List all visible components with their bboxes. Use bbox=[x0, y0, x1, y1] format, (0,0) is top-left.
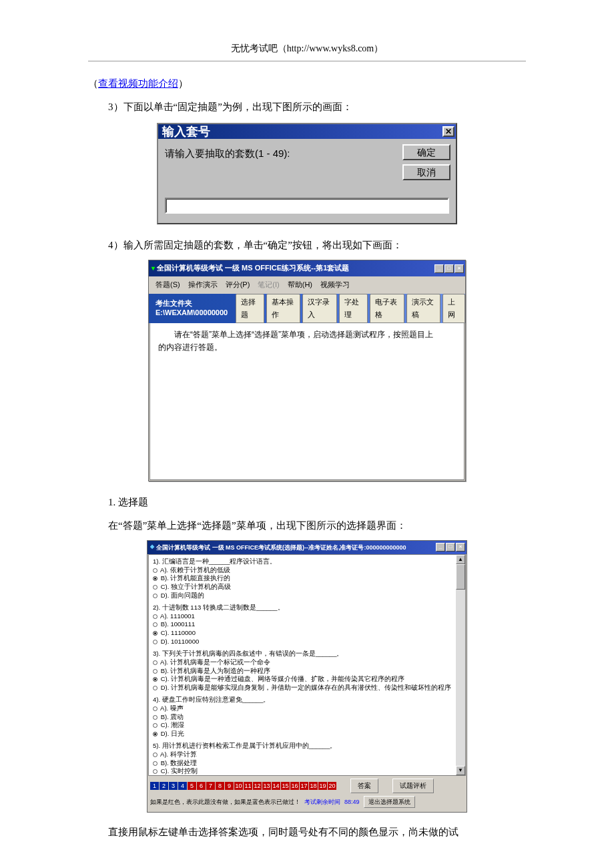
practice-title: 全国计算机等级考试 一级 MS OFFICE练习系统--第1套试题 bbox=[157, 262, 349, 275]
radio-icon[interactable] bbox=[153, 622, 158, 627]
dialog-titlebar[interactable]: 输入套号 ✕ bbox=[158, 124, 456, 139]
practice-tab[interactable]: 电子表格 bbox=[370, 294, 404, 323]
radio-icon[interactable] bbox=[153, 614, 158, 619]
question-number-button[interactable]: 8 bbox=[216, 782, 224, 790]
radio-icon[interactable] bbox=[153, 715, 158, 720]
question-option[interactable]: B). 数据处理 bbox=[153, 759, 461, 768]
question-number-button[interactable]: 14 bbox=[272, 782, 280, 790]
practice-tab[interactable]: 演示文稿 bbox=[406, 294, 441, 323]
radio-icon[interactable] bbox=[153, 761, 158, 766]
question-number-button[interactable]: 20 bbox=[328, 782, 336, 790]
section-1-heading: 1. 选择题 bbox=[88, 493, 526, 511]
radio-icon[interactable] bbox=[153, 631, 158, 636]
menu-item[interactable]: 笔记(I) bbox=[254, 278, 283, 292]
menu-item[interactable]: 答题(S) bbox=[151, 278, 184, 292]
scroll-thumb[interactable] bbox=[456, 564, 465, 590]
question-number-button[interactable]: 5 bbox=[188, 782, 196, 790]
practice-tab[interactable]: 选择题 bbox=[236, 294, 264, 323]
question-option[interactable]: C). 1110000 bbox=[153, 629, 461, 638]
exit-exam-button[interactable]: 退出选择题系统 bbox=[364, 796, 415, 808]
analysis-button[interactable]: 试题评析 bbox=[392, 779, 434, 793]
question-number-button[interactable]: 15 bbox=[281, 782, 290, 790]
menu-item[interactable]: 帮助(H) bbox=[284, 278, 316, 292]
question-number-button[interactable]: 9 bbox=[225, 782, 234, 790]
question-number-button[interactable]: 6 bbox=[197, 782, 206, 790]
radio-icon[interactable] bbox=[153, 640, 158, 644]
ok-button[interactable]: 确定 bbox=[402, 144, 450, 160]
question-option[interactable]: C). 计算机病毒是一种通过磁盘、网络等媒介传播、扩散，并能传染其它程序的程序 bbox=[153, 675, 461, 684]
question-number-button[interactable]: 17 bbox=[300, 782, 308, 790]
question-option[interactable]: A). 噪声 bbox=[153, 704, 461, 713]
radio-icon[interactable] bbox=[153, 669, 158, 674]
question-number-button[interactable]: 1 bbox=[150, 782, 159, 790]
input-set-dialog: 输入套号 ✕ 请输入要抽取的套数(1 - 49): 确定 取消 bbox=[157, 123, 457, 224]
practice-tab[interactable]: 基本操作 bbox=[266, 294, 301, 323]
practice-tab[interactable]: 字处理 bbox=[339, 294, 368, 323]
menu-item[interactable]: 视频学习 bbox=[316, 278, 354, 292]
question-option[interactable]: C). 独立于计算机的高级 bbox=[153, 583, 461, 592]
close-icon[interactable]: × bbox=[456, 543, 465, 552]
practice-content: 请在“答题”菜单上选择“选择题”菜单项，启动选择题测试程序，按照题目上 的内容进… bbox=[149, 323, 465, 480]
radio-icon[interactable] bbox=[153, 568, 158, 573]
radio-icon[interactable] bbox=[153, 706, 158, 711]
question-option[interactable]: A). 科学计算 bbox=[153, 750, 461, 759]
exam-question-area[interactable]: 1). 汇编语言是一种______程序设计语言。 A). 依赖于计算机的低级 B… bbox=[148, 554, 466, 776]
question-number-button[interactable]: 2 bbox=[160, 782, 168, 790]
question-option[interactable]: B). 计算机能直接执行的 bbox=[153, 574, 461, 583]
maximize-icon[interactable]: □ bbox=[446, 543, 455, 552]
question-option[interactable]: B). 1000111 bbox=[153, 620, 461, 629]
radio-icon[interactable] bbox=[153, 723, 158, 728]
scrollbar-vertical[interactable]: ▲ ▼ bbox=[456, 555, 465, 775]
question-number-button[interactable]: 7 bbox=[206, 782, 215, 790]
question-number-button[interactable]: 3 bbox=[169, 782, 178, 790]
question-number-button[interactable]: 11 bbox=[244, 782, 252, 790]
radio-icon[interactable] bbox=[153, 660, 158, 665]
question-number-button[interactable]: 13 bbox=[262, 782, 271, 790]
question-option[interactable]: A). 1110001 bbox=[153, 612, 461, 621]
radio-icon[interactable] bbox=[153, 677, 158, 682]
question-option[interactable]: D). 计算机病毒是能够实现自身复制，并借助一定的媒体存在的具有潜伏性、传染性和… bbox=[153, 684, 461, 692]
scroll-up-icon[interactable]: ▲ bbox=[456, 555, 465, 564]
radio-icon[interactable] bbox=[153, 752, 158, 757]
question-option[interactable]: B). 震动 bbox=[153, 713, 461, 722]
exam-titlebar[interactable]: ◆ 全国计算机等级考试 一级 MS OFFICE考试系统(选择题)--准考证姓名… bbox=[147, 541, 467, 554]
close-icon[interactable]: × bbox=[454, 264, 464, 273]
menu-item[interactable]: 操作演示 bbox=[184, 278, 222, 292]
minimize-icon[interactable]: _ bbox=[434, 264, 444, 273]
view-video-link[interactable]: 查看视频功能介绍 bbox=[98, 78, 178, 89]
question-number-button[interactable]: 12 bbox=[253, 782, 262, 790]
practice-window: ▾ 全国计算机等级考试 一级 MS OFFICE练习系统--第1套试题 _ □ … bbox=[148, 260, 466, 481]
question-number-button[interactable]: 18 bbox=[309, 782, 318, 790]
cancel-button[interactable]: 取消 bbox=[402, 164, 450, 180]
radio-icon[interactable] bbox=[153, 769, 158, 774]
question-option[interactable]: C). 实时控制 bbox=[153, 767, 461, 775]
practice-titlebar[interactable]: ▾ 全国计算机等级考试 一级 MS OFFICE练习系统--第1套试题 _ □ … bbox=[149, 260, 465, 276]
question-option[interactable]: D). 日光 bbox=[153, 730, 461, 738]
radio-icon[interactable] bbox=[153, 732, 158, 736]
question-option[interactable]: B). 计算机病毒是人为制造的一种程序 bbox=[153, 667, 461, 676]
menu-item[interactable]: 评分(P) bbox=[222, 278, 254, 292]
question-number-button[interactable]: 10 bbox=[234, 782, 243, 790]
question-option[interactable]: D). 面向问题的 bbox=[153, 592, 461, 600]
time-label: 考试剩余时间 bbox=[304, 797, 340, 807]
practice-tab[interactable]: 上网 bbox=[442, 294, 465, 323]
question-number-button[interactable]: 4 bbox=[178, 782, 187, 790]
set-number-input[interactable] bbox=[165, 198, 449, 214]
scroll-down-icon[interactable]: ▼ bbox=[456, 766, 465, 775]
question-number-button[interactable]: 16 bbox=[290, 782, 299, 790]
question-option[interactable]: C). 潮湿 bbox=[153, 721, 461, 730]
radio-icon[interactable] bbox=[153, 576, 158, 581]
minimize-icon[interactable]: _ bbox=[436, 543, 445, 552]
answer-button[interactable]: 答案 bbox=[350, 779, 378, 793]
close-icon[interactable]: ✕ bbox=[442, 126, 454, 137]
question-option[interactable]: A). 依赖于计算机的低级 bbox=[153, 566, 461, 575]
radio-icon[interactable] bbox=[153, 594, 158, 598]
dialog-title: 输入套号 bbox=[162, 121, 210, 142]
radio-icon[interactable] bbox=[153, 686, 158, 690]
maximize-icon[interactable]: □ bbox=[444, 264, 454, 273]
radio-icon[interactable] bbox=[153, 585, 158, 590]
question-option[interactable]: A). 计算机病毒是一个标记或一个命令 bbox=[153, 658, 461, 667]
practice-tab[interactable]: 汉字录入 bbox=[302, 294, 337, 323]
question-number-button[interactable]: 19 bbox=[318, 782, 327, 790]
question-option[interactable]: D). 10110000 bbox=[153, 638, 461, 646]
